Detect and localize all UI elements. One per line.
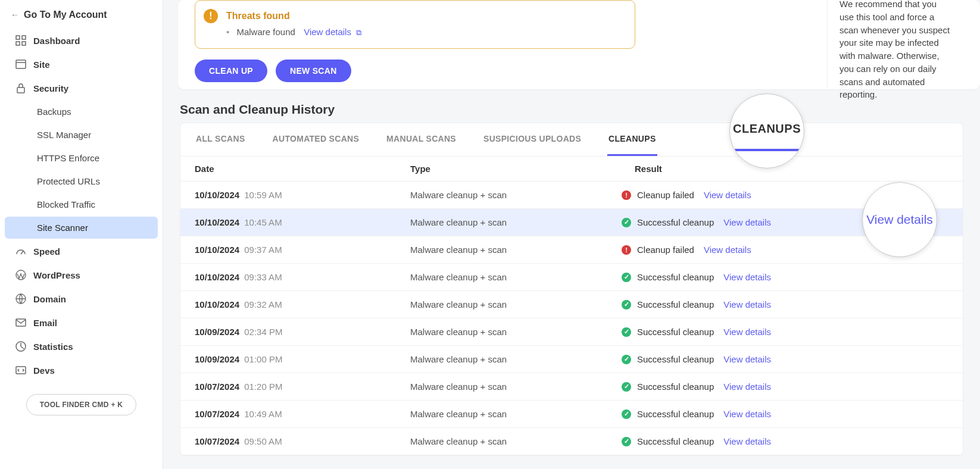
time-value: 01:20 PM	[242, 382, 282, 392]
time-value: 09:37 AM	[242, 245, 282, 255]
check-circle-icon: ✓	[622, 300, 631, 309]
warning-icon: !	[204, 9, 218, 23]
threat-title: Threats found	[226, 11, 290, 21]
cell-date: 10/09/2024 02:34 PM	[195, 327, 410, 337]
cell-result: ✓Successful cleanupView details	[622, 327, 948, 337]
sidebar: ← Go To My Account Dashboard Site Securi…	[0, 0, 163, 469]
tab-suspicious-uploads[interactable]: SUSPICIOUS UPLOADS	[482, 123, 582, 156]
sidebar-item-speed[interactable]: Speed	[5, 240, 158, 262]
sidebar-item-statistics[interactable]: Statistics	[5, 335, 158, 358]
mail-icon	[15, 317, 26, 328]
check-circle-icon: ✓	[622, 273, 631, 282]
svg-rect-4	[16, 60, 26, 68]
view-details-link[interactable]: View details	[723, 382, 771, 392]
check-circle-icon: ✓	[622, 327, 631, 337]
time-value: 09:33 AM	[242, 272, 282, 282]
view-details-link[interactable]: View details	[723, 436, 771, 446]
tab-all-scans[interactable]: ALL SCANS	[195, 123, 246, 156]
history-table-body: 10/10/2024 10:59 AMMalware cleanup + sca…	[180, 182, 963, 455]
cell-result: ✓Successful cleanupView details	[622, 382, 948, 392]
sidebar-sub-label: Protected URLs	[37, 176, 100, 186]
date-value: 10/07/2024	[195, 382, 239, 392]
cell-type: Malware cleanup + scan	[410, 245, 622, 255]
col-header-date: Date	[195, 164, 410, 174]
stats-icon	[15, 341, 26, 352]
sidebar-sub-blocked-traffic[interactable]: Blocked Traffic	[5, 193, 158, 215]
table-row: 10/10/2024 09:32 AMMalware cleanup + sca…	[180, 291, 963, 318]
sidebar-item-dashboard[interactable]: Dashboard	[5, 29, 158, 52]
cell-result: ✓Successful cleanupView details	[622, 436, 948, 446]
svg-rect-8	[16, 319, 26, 326]
cell-date: 10/10/2024 09:32 AM	[195, 299, 410, 309]
time-value: 09:50 AM	[242, 436, 282, 446]
history-tabs: ALL SCANS AUTOMATED SCANS MANUAL SCANS S…	[180, 123, 963, 157]
bullet-icon: •	[226, 27, 229, 37]
tool-finder-button[interactable]: TOOL FINDER CMD + K	[26, 394, 137, 415]
magnifier-link-label: View details	[866, 212, 933, 227]
sidebar-sub-label: SSL Manager	[37, 130, 91, 140]
go-back-label: Go To My Account	[24, 10, 107, 20]
threat-line: Malware found	[236, 27, 295, 37]
cell-date: 10/07/2024 01:20 PM	[195, 382, 410, 392]
sidebar-item-devs[interactable]: Devs	[5, 359, 158, 382]
sidebar-sub-site-scanner[interactable]: Site Scanner	[5, 217, 158, 239]
view-details-link[interactable]: View details	[723, 327, 771, 337]
cell-date: 10/09/2024 01:00 PM	[195, 354, 410, 364]
table-row: 10/10/2024 10:45 AMMalware cleanup + sca…	[180, 209, 963, 236]
tab-cleanups[interactable]: CLEANUPS	[607, 123, 657, 156]
cell-date: 10/10/2024 10:59 AM	[195, 190, 410, 200]
sidebar-item-label: Site	[33, 60, 50, 70]
view-details-link[interactable]: View details	[723, 409, 771, 419]
time-value: 10:59 AM	[242, 190, 282, 200]
table-row: 10/07/2024 01:20 PMMalware cleanup + sca…	[180, 373, 963, 401]
cell-type: Malware cleanup + scan	[410, 272, 622, 282]
check-circle-icon: ✓	[622, 355, 631, 364]
sidebar-item-site[interactable]: Site	[5, 53, 158, 76]
view-details-link[interactable]: View details	[723, 299, 771, 309]
table-row: 10/10/2024 10:59 AMMalware cleanup + sca…	[180, 182, 963, 209]
table-row: 10/09/2024 01:00 PMMalware cleanup + sca…	[180, 346, 963, 373]
table-row: 10/10/2024 09:33 AMMalware cleanup + sca…	[180, 264, 963, 291]
status-text: Successful cleanup	[637, 354, 714, 364]
cell-date: 10/10/2024 10:45 AM	[195, 217, 410, 227]
status-text: Successful cleanup	[637, 272, 714, 282]
clean-up-button[interactable]: CLEAN UP	[195, 60, 267, 82]
wordpress-icon	[15, 270, 26, 280]
sidebar-sub-backups[interactable]: Backups	[5, 101, 158, 123]
cell-type: Malware cleanup + scan	[410, 299, 622, 309]
view-details-link[interactable]: View details	[704, 190, 751, 200]
go-to-my-account-link[interactable]: ← Go To My Account	[0, 5, 163, 29]
sidebar-item-label: WordPress	[33, 270, 80, 280]
view-details-link[interactable]: View details	[723, 272, 771, 282]
threat-view-details-link[interactable]: View details ⧉	[304, 27, 361, 37]
status-text: Successful cleanup	[637, 299, 714, 309]
cell-type: Malware cleanup + scan	[410, 409, 622, 419]
sidebar-sub-https-enforce[interactable]: HTTPS Enforce	[5, 147, 158, 169]
sidebar-sub-protected-urls[interactable]: Protected URLs	[5, 170, 158, 192]
tab-automated-scans[interactable]: AUTOMATED SCANS	[271, 123, 361, 156]
sidebar-item-domain[interactable]: Domain	[5, 287, 158, 310]
status-text: Cleanup failed	[637, 245, 694, 255]
new-scan-button[interactable]: NEW SCAN	[276, 60, 351, 82]
view-details-link[interactable]: View details	[723, 354, 771, 364]
table-row: 10/10/2024 09:37 AMMalware cleanup + sca…	[180, 236, 963, 264]
date-value: 10/10/2024	[195, 245, 239, 255]
cell-type: Malware cleanup + scan	[410, 217, 622, 227]
cell-date: 10/07/2024 09:50 AM	[195, 436, 410, 446]
tab-manual-scans[interactable]: MANUAL SCANS	[385, 123, 457, 156]
table-row: 10/09/2024 02:34 PMMalware cleanup + sca…	[180, 318, 963, 346]
external-link-icon: ⧉	[354, 28, 361, 37]
cell-result: ✓Successful cleanupView details	[622, 354, 948, 364]
date-value: 10/07/2024	[195, 436, 239, 446]
sidebar-item-email[interactable]: Email	[5, 311, 158, 334]
cell-type: Malware cleanup + scan	[410, 327, 622, 337]
history-table-header: Date Type Result	[180, 157, 963, 182]
table-row: 10/07/2024 09:50 AMMalware cleanup + sca…	[180, 428, 963, 455]
view-details-link[interactable]: View details	[723, 217, 771, 227]
view-details-link[interactable]: View details	[704, 245, 751, 255]
sidebar-item-label: Speed	[33, 246, 60, 257]
sidebar-item-security[interactable]: Security	[5, 77, 158, 99]
sidebar-sub-ssl-manager[interactable]: SSL Manager	[5, 124, 158, 146]
time-value: 09:32 AM	[242, 299, 282, 309]
sidebar-item-wordpress[interactable]: WordPress	[5, 264, 158, 286]
